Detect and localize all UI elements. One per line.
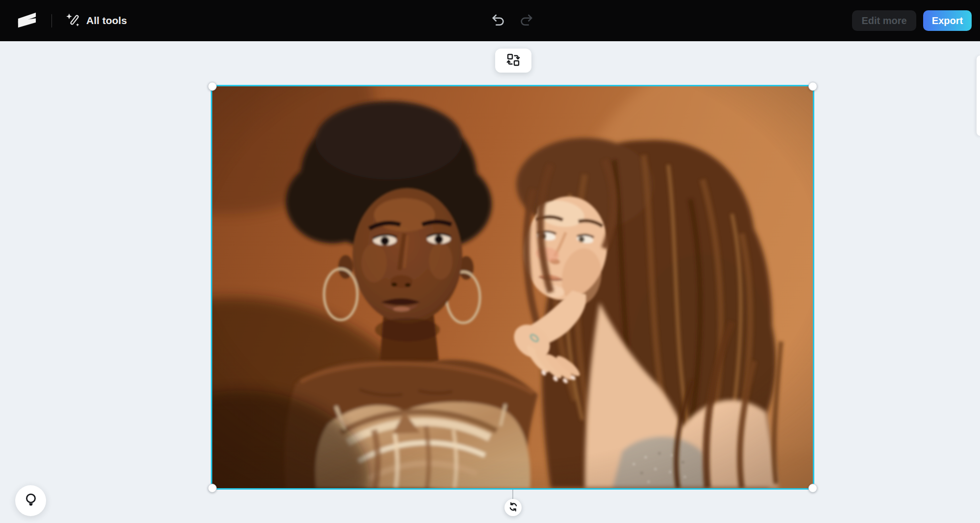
export-button[interactable]: Export [923, 10, 972, 31]
all-tools-label: All tools [86, 15, 127, 26]
top-toolbar: All tools Edit more Export [0, 0, 980, 41]
edit-more-button[interactable]: Edit more [852, 10, 916, 31]
replace-media-button[interactable] [495, 49, 531, 73]
rotate-handle[interactable] [504, 499, 522, 516]
editor-canvas [0, 41, 980, 523]
resize-handle-bottom-left[interactable] [208, 484, 217, 493]
rotate-handle-stem [512, 490, 513, 499]
topbar-divider [51, 14, 52, 27]
selected-photo[interactable] [212, 86, 813, 488]
capcut-logo-icon [15, 10, 38, 31]
undo-button[interactable] [491, 13, 506, 28]
history-controls [491, 0, 534, 41]
redo-button[interactable] [518, 13, 534, 28]
lightbulb-icon [23, 492, 39, 509]
all-tools-button[interactable]: All tools [65, 12, 127, 29]
rotate-arrows-icon [508, 502, 518, 513]
undo-icon [491, 12, 506, 29]
redo-icon [518, 12, 534, 29]
topbar-right-group: Edit more Export [852, 10, 980, 31]
right-edge-panel-handle[interactable] [977, 55, 980, 136]
app-logo[interactable] [15, 10, 38, 31]
swap-media-icon [506, 53, 520, 68]
tips-button[interactable] [15, 485, 46, 516]
topbar-left-group: All tools [0, 10, 127, 31]
resize-handle-top-right[interactable] [808, 82, 817, 91]
resize-handle-top-left[interactable] [208, 82, 217, 91]
resize-handle-bottom-right[interactable] [808, 484, 817, 493]
magic-wand-icon [65, 12, 80, 29]
